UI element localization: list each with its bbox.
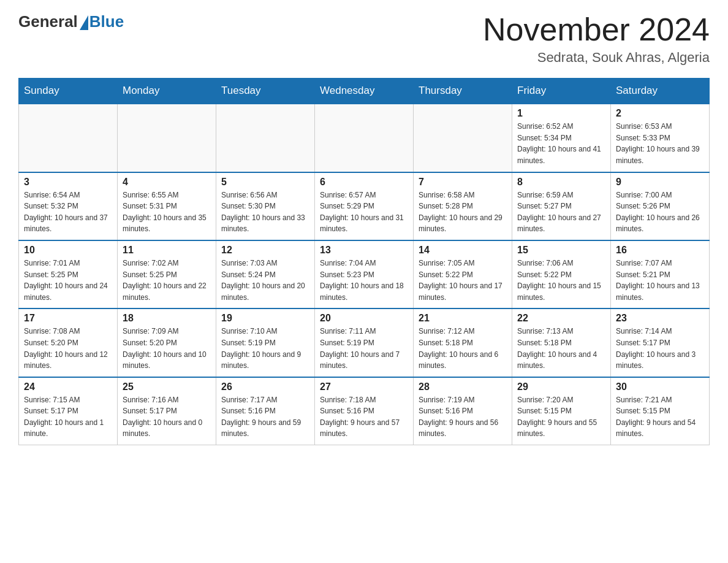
day-number: 21 <box>419 313 507 324</box>
title-section: November 2024 Sedrata, Souk Ahras, Alger… <box>483 12 710 66</box>
day-info: Sunrise: 7:18 AM Sunset: 5:16 PM Dayligh… <box>320 394 408 440</box>
day-info: Sunrise: 7:21 AM Sunset: 5:15 PM Dayligh… <box>616 394 704 440</box>
calendar-cell: 24Sunrise: 7:15 AM Sunset: 5:17 PM Dayli… <box>19 377 118 445</box>
calendar-cell <box>414 104 512 172</box>
calendar-cell: 6Sunrise: 6:57 AM Sunset: 5:29 PM Daylig… <box>315 172 414 240</box>
calendar-cell: 4Sunrise: 6:55 AM Sunset: 5:31 PM Daylig… <box>118 172 216 240</box>
day-number: 4 <box>123 177 211 188</box>
logo-triangle-icon <box>80 15 88 30</box>
day-info: Sunrise: 6:54 AM Sunset: 5:32 PM Dayligh… <box>24 190 112 235</box>
weekday-header-tuesday: Tuesday <box>216 79 315 104</box>
day-number: 23 <box>616 313 704 324</box>
calendar-cell: 13Sunrise: 7:04 AM Sunset: 5:23 PM Dayli… <box>315 240 414 308</box>
day-number: 17 <box>24 313 112 324</box>
day-number: 28 <box>419 381 507 393</box>
day-number: 15 <box>517 245 605 256</box>
weekday-header-friday: Friday <box>512 79 611 104</box>
calendar-cell <box>216 104 315 172</box>
day-number: 5 <box>221 177 309 188</box>
weekday-header-wednesday: Wednesday <box>315 79 414 104</box>
weekday-header-sunday: Sunday <box>19 79 118 104</box>
day-number: 11 <box>123 245 211 256</box>
calendar-cell: 21Sunrise: 7:12 AM Sunset: 5:18 PM Dayli… <box>414 308 512 377</box>
day-number: 9 <box>616 177 704 188</box>
logo: General Blue <box>18 12 124 31</box>
day-number: 27 <box>320 381 408 393</box>
calendar-cell <box>19 104 118 172</box>
day-number: 26 <box>221 381 309 393</box>
day-number: 16 <box>616 245 704 256</box>
calendar-cell: 2Sunrise: 6:53 AM Sunset: 5:33 PM Daylig… <box>611 104 710 172</box>
day-info: Sunrise: 6:58 AM Sunset: 5:28 PM Dayligh… <box>419 190 507 235</box>
week-row-1: 1Sunrise: 6:52 AM Sunset: 5:34 PM Daylig… <box>19 104 710 172</box>
calendar-cell: 29Sunrise: 7:20 AM Sunset: 5:15 PM Dayli… <box>512 377 611 445</box>
day-number: 30 <box>616 381 704 393</box>
day-info: Sunrise: 7:06 AM Sunset: 5:22 PM Dayligh… <box>517 258 605 303</box>
day-number: 13 <box>320 245 408 256</box>
day-number: 6 <box>320 177 408 188</box>
day-number: 29 <box>517 381 605 393</box>
day-info: Sunrise: 7:11 AM Sunset: 5:19 PM Dayligh… <box>320 326 408 371</box>
calendar-cell: 20Sunrise: 7:11 AM Sunset: 5:19 PM Dayli… <box>315 308 414 377</box>
calendar-cell: 26Sunrise: 7:17 AM Sunset: 5:16 PM Dayli… <box>216 377 315 445</box>
logo-general: General <box>18 12 78 31</box>
day-info: Sunrise: 7:17 AM Sunset: 5:16 PM Dayligh… <box>221 394 309 440</box>
weekday-header-monday: Monday <box>118 79 216 104</box>
weekday-header-saturday: Saturday <box>611 79 710 104</box>
day-number: 22 <box>517 313 605 324</box>
day-number: 12 <box>221 245 309 256</box>
calendar-cell: 12Sunrise: 7:03 AM Sunset: 5:24 PM Dayli… <box>216 240 315 308</box>
calendar-cell: 14Sunrise: 7:05 AM Sunset: 5:22 PM Dayli… <box>414 240 512 308</box>
page-header: General Blue November 2024 Sedrata, Souk… <box>18 12 710 66</box>
day-info: Sunrise: 6:56 AM Sunset: 5:30 PM Dayligh… <box>221 190 309 235</box>
week-row-4: 17Sunrise: 7:08 AM Sunset: 5:20 PM Dayli… <box>19 308 710 377</box>
day-info: Sunrise: 7:05 AM Sunset: 5:22 PM Dayligh… <box>419 258 507 303</box>
day-info: Sunrise: 7:01 AM Sunset: 5:25 PM Dayligh… <box>24 258 112 303</box>
calendar-cell <box>315 104 414 172</box>
calendar-cell: 5Sunrise: 6:56 AM Sunset: 5:30 PM Daylig… <box>216 172 315 240</box>
calendar-cell: 1Sunrise: 6:52 AM Sunset: 5:34 PM Daylig… <box>512 104 611 172</box>
location-title: Sedrata, Souk Ahras, Algeria <box>483 50 710 66</box>
calendar-cell: 30Sunrise: 7:21 AM Sunset: 5:15 PM Dayli… <box>611 377 710 445</box>
calendar-header-row: SundayMondayTuesdayWednesdayThursdayFrid… <box>19 79 710 104</box>
day-number: 7 <box>419 177 507 188</box>
calendar-cell: 16Sunrise: 7:07 AM Sunset: 5:21 PM Dayli… <box>611 240 710 308</box>
day-number: 2 <box>616 108 704 119</box>
day-info: Sunrise: 6:53 AM Sunset: 5:33 PM Dayligh… <box>616 121 704 166</box>
calendar-cell: 8Sunrise: 6:59 AM Sunset: 5:27 PM Daylig… <box>512 172 611 240</box>
day-info: Sunrise: 7:19 AM Sunset: 5:16 PM Dayligh… <box>419 394 507 440</box>
calendar-cell: 17Sunrise: 7:08 AM Sunset: 5:20 PM Dayli… <box>19 308 118 377</box>
day-info: Sunrise: 7:09 AM Sunset: 5:20 PM Dayligh… <box>123 326 211 371</box>
calendar-cell: 9Sunrise: 7:00 AM Sunset: 5:26 PM Daylig… <box>611 172 710 240</box>
calendar-cell: 18Sunrise: 7:09 AM Sunset: 5:20 PM Dayli… <box>118 308 216 377</box>
day-info: Sunrise: 7:13 AM Sunset: 5:18 PM Dayligh… <box>517 326 605 371</box>
day-info: Sunrise: 7:10 AM Sunset: 5:19 PM Dayligh… <box>221 326 309 371</box>
calendar-cell: 25Sunrise: 7:16 AM Sunset: 5:17 PM Dayli… <box>118 377 216 445</box>
day-info: Sunrise: 7:16 AM Sunset: 5:17 PM Dayligh… <box>123 394 211 440</box>
day-info: Sunrise: 7:07 AM Sunset: 5:21 PM Dayligh… <box>616 258 704 303</box>
week-row-2: 3Sunrise: 6:54 AM Sunset: 5:32 PM Daylig… <box>19 172 710 240</box>
week-row-5: 24Sunrise: 7:15 AM Sunset: 5:17 PM Dayli… <box>19 377 710 445</box>
logo-blue: Blue <box>89 12 124 31</box>
day-info: Sunrise: 7:03 AM Sunset: 5:24 PM Dayligh… <box>221 258 309 303</box>
day-info: Sunrise: 7:12 AM Sunset: 5:18 PM Dayligh… <box>419 326 507 371</box>
day-number: 8 <box>517 177 605 188</box>
day-info: Sunrise: 6:52 AM Sunset: 5:34 PM Dayligh… <box>517 121 605 166</box>
calendar-cell: 27Sunrise: 7:18 AM Sunset: 5:16 PM Dayli… <box>315 377 414 445</box>
day-number: 14 <box>419 245 507 256</box>
calendar-cell: 15Sunrise: 7:06 AM Sunset: 5:22 PM Dayli… <box>512 240 611 308</box>
day-number: 18 <box>123 313 211 324</box>
day-number: 10 <box>24 245 112 256</box>
calendar-table: SundayMondayTuesdayWednesdayThursdayFrid… <box>18 78 710 445</box>
day-number: 1 <box>517 108 605 119</box>
day-info: Sunrise: 7:04 AM Sunset: 5:23 PM Dayligh… <box>320 258 408 303</box>
weekday-header-thursday: Thursday <box>414 79 512 104</box>
day-number: 20 <box>320 313 408 324</box>
calendar-cell <box>118 104 216 172</box>
day-number: 3 <box>24 177 112 188</box>
day-number: 24 <box>24 381 112 393</box>
day-info: Sunrise: 6:55 AM Sunset: 5:31 PM Dayligh… <box>123 190 211 235</box>
day-info: Sunrise: 7:20 AM Sunset: 5:15 PM Dayligh… <box>517 394 605 440</box>
day-info: Sunrise: 6:57 AM Sunset: 5:29 PM Dayligh… <box>320 190 408 235</box>
calendar-cell: 23Sunrise: 7:14 AM Sunset: 5:17 PM Dayli… <box>611 308 710 377</box>
